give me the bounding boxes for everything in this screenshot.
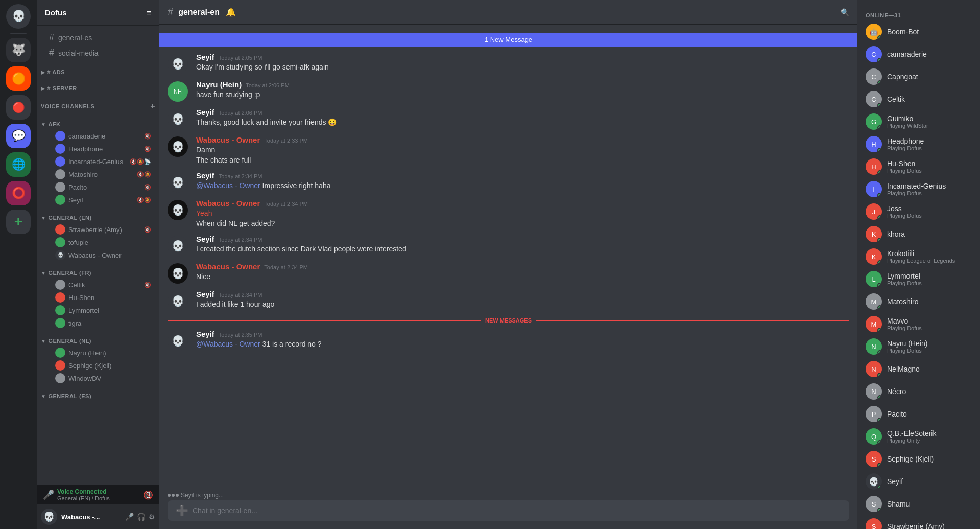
channel-social-media[interactable]: # social-media: [41, 45, 155, 60]
member-status: Playing WildStar: [887, 123, 972, 129]
colored-text: Yeah: [196, 209, 212, 217]
member-item-nayru[interactable]: N Nayru (Hein) Playing Dofus: [862, 335, 976, 358]
voice-disconnect-icon[interactable]: 📵: [143, 490, 153, 500]
message-text: YeahWhen did NL get added?: [196, 209, 849, 228]
member-item-khora[interactable]: K khora: [862, 223, 976, 245]
member-info: Sephige (Kjell): [887, 455, 972, 463]
server-icon-reddit[interactable]: 🟠: [6, 66, 31, 91]
member-status: Playing Dofus: [887, 280, 972, 286]
server-name-header[interactable]: Dofus ≡: [37, 0, 159, 26]
message-group-m6: 💀 Wabacus - Owner Today at 2:34 PM YeahW…: [159, 197, 857, 231]
member-name: Wabacus - Owner: [68, 251, 122, 259]
message-avatar: 💀: [168, 109, 188, 129]
message-author: Seyif: [196, 171, 214, 180]
member-item-seyif[interactable]: 💀 Seyif: [862, 470, 976, 493]
member-item-qb[interactable]: Q Q.B.-EleSoterik Playing Unity: [862, 425, 976, 448]
server-icon-globe[interactable]: 🌐: [6, 152, 31, 177]
category-voice-channels[interactable]: VOICE CHANNELS +: [37, 94, 159, 113]
status-dot: [877, 395, 882, 400]
member-item-boombot[interactable]: 🤖 Boom-Bot: [862, 20, 976, 43]
category-general-nl[interactable]: ▼ General (NL): [37, 330, 159, 346]
message-header: Wabacus - Owner Today at 2:33 PM: [196, 135, 849, 144]
category-general-es[interactable]: ▼ General (ES): [37, 385, 159, 401]
search-icon[interactable]: 🔍: [841, 8, 849, 16]
member-item-hushen[interactable]: H Hu-Shen Playing Dofus: [862, 155, 976, 178]
mute-icon[interactable]: 🎤: [125, 513, 134, 521]
category-server[interactable]: ▶ # server: [37, 77, 159, 94]
members-list: ONLINE—31 🤖 Boom-Bot C camaraderie C Cap…: [857, 0, 980, 529]
category-afk[interactable]: ▼ AFK: [37, 113, 159, 129]
member-name: NelMagno: [887, 365, 972, 373]
message-text: DamnThe chats are full: [196, 145, 849, 165]
member-avatar: [55, 280, 65, 290]
message-group-m9: 💀 Seyif Today at 2:34 PM I added it like…: [159, 288, 857, 313]
status-dot: [877, 125, 882, 130]
member-item-nelmagno[interactable]: N NelMagno: [862, 358, 976, 380]
message-group-m3: 💀 Seyif Today at 2:06 PM Thanks, good lu…: [159, 106, 857, 131]
member-item-shamu[interactable]: S Shamu: [862, 493, 976, 515]
member-item-necro[interactable]: N Nécro: [862, 380, 976, 403]
message-avatar: 💀: [168, 172, 188, 193]
typing-indicator: Seyif is typing...: [159, 490, 857, 500]
member-item-camaraderie[interactable]: C camaraderie: [862, 43, 976, 65]
chat-header: # general-en 🔔 🔍: [159, 0, 857, 25]
member-avatar: [55, 237, 65, 247]
add-voice-icon[interactable]: +: [150, 102, 155, 111]
status-dot: [877, 170, 882, 175]
member-name: tofupie: [68, 239, 88, 246]
member-item-capngoat[interactable]: C Capngoat: [862, 65, 976, 88]
attach-icon[interactable]: ➕: [176, 504, 188, 517]
member-info: Matoshiro: [887, 297, 972, 306]
channel-name: social-media: [58, 49, 99, 57]
category-general-fr[interactable]: ▼ General (FR): [37, 262, 159, 278]
member-info: Guimiko Playing WildStar: [887, 114, 972, 129]
channel-general-es[interactable]: # general-es: [41, 30, 155, 45]
server-icon-add[interactable]: +: [6, 210, 31, 234]
member-item-krokotiili[interactable]: K Krokotiili Playing League of Legends: [862, 245, 976, 268]
voice-connected-text: Voice Connected General (EN) / Dofus: [57, 488, 110, 501]
member-item-headphone[interactable]: H Headphone Playing Dofus: [862, 133, 976, 155]
member-name: Pacito: [68, 183, 87, 191]
member-item-celtik[interactable]: C Celtik: [862, 88, 976, 110]
member-avatar: K: [866, 248, 882, 265]
server-icon-wolf[interactable]: 🐺: [6, 38, 31, 62]
member-name: Nayru (Hein): [887, 339, 972, 348]
member-info: NelMagno: [887, 365, 972, 373]
message-avatar: 💀: [168, 331, 188, 351]
message-avatar: 💀: [168, 236, 188, 256]
status-dot: [877, 148, 882, 152]
member-item-matoshiro[interactable]: M Matoshiro: [862, 290, 976, 313]
member-item-mavvo[interactable]: M Mavvo Playing Dofus: [862, 313, 976, 335]
message-timestamp: Today at 2:05 PM: [219, 55, 262, 61]
member-info: Hu-Shen Playing Dofus: [887, 159, 972, 174]
voice-member-headphone: Headphone 🔇: [41, 143, 155, 155]
deafen-icon[interactable]: 🎧: [137, 513, 146, 521]
server-icon-circle[interactable]: ⭕: [6, 181, 31, 205]
chat-input[interactable]: [193, 500, 841, 521]
member-info: Q.B.-EleSoterik Playing Unity: [887, 429, 972, 444]
member-item-sephige[interactable]: S Sephige (Kjell): [862, 448, 976, 470]
settings-icon[interactable]: ⚙: [149, 513, 155, 521]
member-item-pacito[interactable]: P Pacito: [862, 403, 976, 425]
member-item-incarnated[interactable]: I Incarnated-Genius Playing Dofus: [862, 178, 976, 200]
category-general-en[interactable]: ▼ General (EN): [37, 206, 159, 223]
voice-member-incarnated: Incarnated-Genius 🔇🔕📡: [41, 155, 155, 168]
message-author: Seyif: [196, 108, 214, 117]
typing-dots: [168, 494, 179, 497]
message-text: Okay I'm studying so i'll go semi-afk ag…: [196, 62, 849, 73]
new-message-banner[interactable]: 1 New Message: [159, 33, 857, 47]
member-item-strawberrie[interactable]: S Strawberrie (Amy): [862, 515, 976, 529]
member-item-joss[interactable]: J Joss Playing Dofus: [862, 200, 976, 223]
hamburger-icon[interactable]: ≡: [147, 8, 151, 17]
server-icon-discord[interactable]: 💬: [6, 124, 31, 148]
category-ads[interactable]: ▶ # ads: [37, 61, 159, 77]
server-icon-skull[interactable]: 💀: [6, 4, 31, 29]
mention: @Wabacus - Owner: [196, 340, 260, 348]
member-info: Nayru (Hein) Playing Dofus: [887, 339, 972, 354]
server-icon-reddit2[interactable]: 🔴: [6, 95, 31, 120]
channel-list: # general-es # social-media ▶ # ads ▶ # …: [37, 26, 159, 485]
member-item-guimiko[interactable]: G Guimiko Playing WildStar: [862, 110, 976, 133]
voice-member-hushen: Hu-Shen: [41, 291, 155, 304]
server-divider: [10, 33, 27, 34]
member-item-lymmortel[interactable]: L Lymmortel Playing Dofus: [862, 268, 976, 290]
